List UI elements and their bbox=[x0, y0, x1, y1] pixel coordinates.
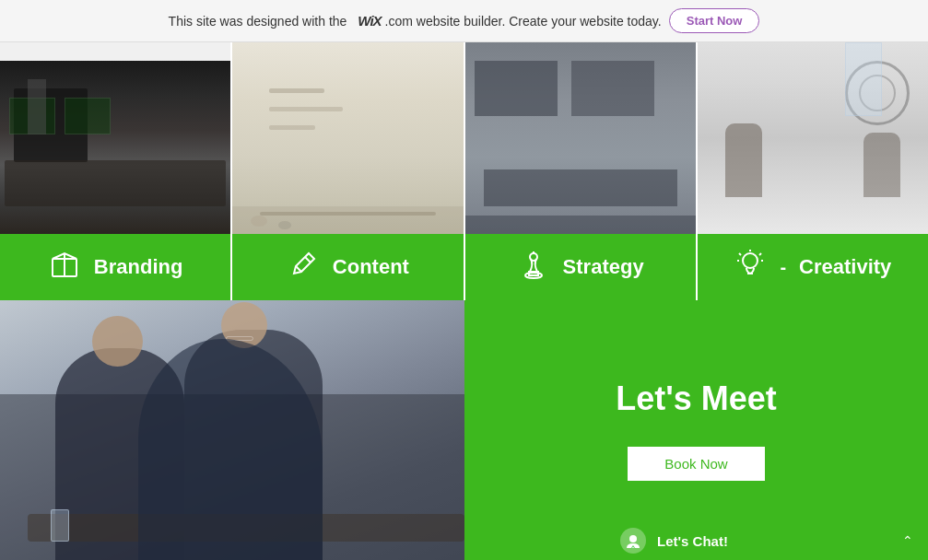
grid-cell-strategy[interactable]: Strategy bbox=[465, 42, 698, 300]
svg-line-12 bbox=[759, 253, 761, 255]
svg-line-3 bbox=[305, 257, 311, 262]
branding-photo bbox=[0, 61, 230, 234]
creativity-photo bbox=[698, 42, 928, 234]
pencil-icon bbox=[287, 248, 320, 287]
banner-prefix: This site was designed with the bbox=[169, 14, 347, 29]
creativity-label-bar: - Creativity bbox=[698, 234, 928, 300]
svg-point-9 bbox=[743, 253, 758, 268]
meet-photo bbox=[0, 300, 464, 560]
chat-avatar-icon bbox=[620, 528, 646, 554]
content-label-bar: Content bbox=[232, 234, 463, 300]
box-icon bbox=[48, 248, 81, 287]
top-banner: This site was designed with the WiX .com… bbox=[0, 0, 928, 42]
svg-point-7 bbox=[530, 253, 537, 261]
grid-cell-branding[interactable]: Branding bbox=[0, 42, 232, 300]
chevron-up-icon: ⌃ bbox=[902, 533, 913, 548]
creativity-label: Creativity bbox=[799, 255, 891, 279]
chat-label: Let's Chat! bbox=[657, 533, 891, 549]
book-now-button[interactable]: Book Now bbox=[627, 446, 765, 482]
banner-suffix: .com website builder. Create your websit… bbox=[385, 14, 662, 29]
main-content: Branding bbox=[0, 42, 928, 560]
photo-grid: Branding bbox=[0, 42, 928, 300]
content-label: Content bbox=[333, 255, 409, 279]
lightbulb-icon bbox=[734, 248, 767, 287]
strategy-label-bar: Strategy bbox=[465, 234, 696, 300]
meet-photo-detail bbox=[0, 300, 464, 560]
grid-cell-creativity[interactable]: - Creativity bbox=[698, 42, 928, 300]
grid-cell-content[interactable]: Content bbox=[232, 42, 464, 300]
svg-line-13 bbox=[739, 253, 741, 255]
strategy-photo bbox=[465, 42, 696, 234]
svg-line-4 bbox=[296, 266, 301, 272]
branding-label-bar: Branding bbox=[0, 234, 230, 300]
strategy-label: Strategy bbox=[563, 255, 644, 279]
chess-icon bbox=[517, 248, 550, 287]
banner-text: This site was designed with the WiX .com… bbox=[169, 13, 662, 29]
wix-logo: WiX bbox=[358, 13, 381, 29]
svg-point-16 bbox=[629, 535, 637, 542]
content-photo bbox=[232, 42, 463, 234]
start-now-button[interactable]: Start Now bbox=[669, 8, 760, 33]
branding-label: Branding bbox=[94, 255, 183, 279]
chat-widget[interactable]: Let's Chat! ⌃ bbox=[605, 521, 928, 560]
meet-title: Let's Meet bbox=[616, 379, 777, 418]
